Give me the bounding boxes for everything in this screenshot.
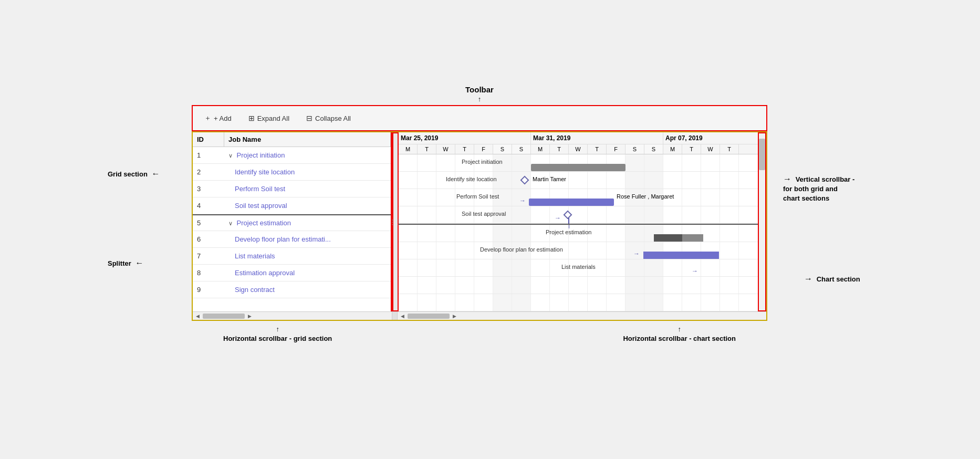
chart-rows: Project initiation Identify site locatio… [399, 154, 758, 311]
day-cell: M [531, 144, 550, 154]
week-label: Apr 07, 2019 [663, 132, 758, 144]
chart-day-cell [418, 154, 436, 171]
expand-all-button[interactable]: ⊞ Expand All [245, 112, 293, 124]
chart-day-cell [607, 154, 625, 171]
grid-row[interactable]: 7 List materials [193, 248, 391, 265]
splitter[interactable] [392, 132, 399, 311]
chart-day-cell [588, 154, 607, 171]
hscroll-chart-arrow: ↑ [623, 325, 736, 333]
hscroll-chart[interactable]: ◀ ▶ [398, 312, 758, 320]
row-name[interactable]: Sign contract [224, 283, 391, 296]
expand-label: Expand All [257, 114, 289, 122]
chart-section-label: Chart section [817, 275, 860, 283]
chart-day-cell [493, 154, 512, 171]
chart-row: Identify site location Martin Tamer [399, 172, 758, 189]
day-cell: S [625, 144, 644, 154]
grid-row[interactable]: 9 Sign contract [193, 281, 391, 298]
day-row: M T W T F S S M T W T F S S M [399, 144, 758, 154]
grid-row[interactable]: 1 ∨ Project initiation [193, 147, 391, 164]
hscroll-chart-annotation: ↑ Horizontal scrollbar - chart section [623, 325, 736, 342]
row-name[interactable]: ∨ Project initiation [224, 149, 391, 162]
chart-day-cell [625, 154, 644, 171]
chart-row: Soil test approval → [399, 206, 758, 224]
day-cell: W [436, 144, 455, 154]
toolbar-annotation-label: Toolbar [192, 85, 767, 94]
week-row: Mar 25, 2019 Mar 31, 2019 Apr 07, 2019 [399, 132, 758, 144]
row-name[interactable]: Identify site location [224, 165, 391, 179]
chart-header: Mar 25, 2019 Mar 31, 2019 Apr 07, 2019 M… [399, 132, 758, 154]
splitter-arrow: ← [135, 258, 143, 267]
bottom-annotations: ↑ Horizontal scrollbar - grid section ↑ … [192, 325, 767, 342]
vscroll-spacer [758, 312, 766, 320]
grid-row[interactable]: 5 ∨ Project estimation [193, 214, 391, 231]
row-name[interactable]: List materials [224, 249, 391, 263]
hscroll-chart-thumb[interactable] [408, 314, 450, 319]
add-button[interactable]: ＋ + Add [201, 111, 235, 125]
chart-day-cell [474, 154, 493, 171]
hscroll-row: ◀ ▶ ◀ ▶ [193, 311, 766, 320]
chart-day-cell [569, 154, 588, 171]
day-cell: T [550, 144, 569, 154]
day-cell: M [663, 144, 682, 154]
hscroll-grid[interactable]: ◀ ▶ [193, 312, 392, 320]
grid-row[interactable]: 6 Develop floor plan for estimati... [193, 231, 391, 248]
row-name[interactable]: Estimation approval [224, 266, 391, 279]
row-name[interactable]: Develop floor plan for estimati... [224, 233, 391, 246]
id-column-header: ID [193, 132, 224, 147]
vertical-scrollbar[interactable] [758, 132, 766, 311]
day-cell: T [418, 144, 436, 154]
hscroll-left-btn[interactable]: ◀ [195, 314, 201, 319]
row-id: 1 [193, 149, 224, 162]
chart-day-cell [512, 154, 531, 171]
chart-day-cell [701, 154, 720, 171]
grid-annotation: Grid section ← [108, 169, 160, 179]
hscroll-grid-arrow: ↑ [223, 325, 332, 333]
row-id: 6 [193, 233, 224, 246]
row-id: 3 [193, 182, 224, 195]
grid-section-label: Grid section [108, 170, 148, 178]
day-cell: T [455, 144, 474, 154]
splitter-annotation: Splitter ← [108, 258, 143, 268]
row-name[interactable]: ∨ Project estimation [224, 216, 391, 230]
hscroll-chart-left-btn[interactable]: ◀ [400, 314, 405, 319]
hscroll-chart-right-btn[interactable]: ▶ [452, 314, 457, 319]
page-wrapper: Toolbar ↑ ＋ + Add ⊞ Expand All ⊟ Collaps… [108, 54, 872, 405]
splitter-scroll-gap [392, 312, 398, 320]
hscroll-right-btn[interactable]: ▶ [247, 314, 253, 319]
vscroll-label: Vertical scrollbar -for both grid andcha… [783, 175, 854, 202]
chart-row: Perform Soil test → Rose Fuller , Margar… [399, 189, 758, 206]
toolbar: ＋ + Add ⊞ Expand All ⊟ Collapse All [192, 105, 767, 131]
day-cell: S [493, 144, 512, 154]
row-id: 9 [193, 283, 224, 296]
splitter-label: Splitter [108, 259, 131, 267]
row-name[interactable]: Soil test approval [224, 199, 391, 212]
day-cell: W [569, 144, 588, 154]
day-cell: T [588, 144, 607, 154]
chart-row: List materials → [399, 259, 758, 277]
grid-row[interactable]: 2 Identify site location [193, 164, 391, 181]
chart-annotation: → Chart section [804, 274, 878, 284]
row-name[interactable]: Perform Soil test [224, 182, 391, 195]
grid-row[interactable]: 3 Perform Soil test [193, 181, 391, 197]
row-id: 4 [193, 199, 224, 212]
collapse-all-button[interactable]: ⊟ Collapse All [303, 112, 354, 124]
expand-row-icon: ∨ [228, 220, 233, 226]
day-cell: T [720, 144, 739, 154]
vscroll-thumb[interactable] [759, 139, 765, 170]
chart-row: Project estimation [399, 224, 758, 242]
day-cell: F [607, 144, 625, 154]
chart-row [399, 294, 758, 311]
grid-row[interactable]: 4 Soil test approval [193, 197, 391, 214]
row-id: 5 [193, 216, 224, 230]
chart-day-cell [550, 154, 569, 171]
grid-row[interactable]: 8 Estimation approval [193, 265, 391, 281]
week-label: Mar 31, 2019 [531, 132, 663, 144]
hscroll-chart-label: Horizontal scrollbar - chart section [623, 335, 736, 342]
vscroll-annotation: → Vertical scrollbar -for both grid andc… [783, 174, 878, 204]
chart-day-cell [720, 154, 739, 171]
chart-day-cell [663, 154, 682, 171]
day-cell: T [682, 144, 701, 154]
row-id: 2 [193, 165, 224, 179]
hscroll-grid-thumb[interactable] [203, 314, 245, 319]
gantt-body: ID Job Name 1 ∨ Project initiation 2 Ide… [193, 132, 766, 311]
